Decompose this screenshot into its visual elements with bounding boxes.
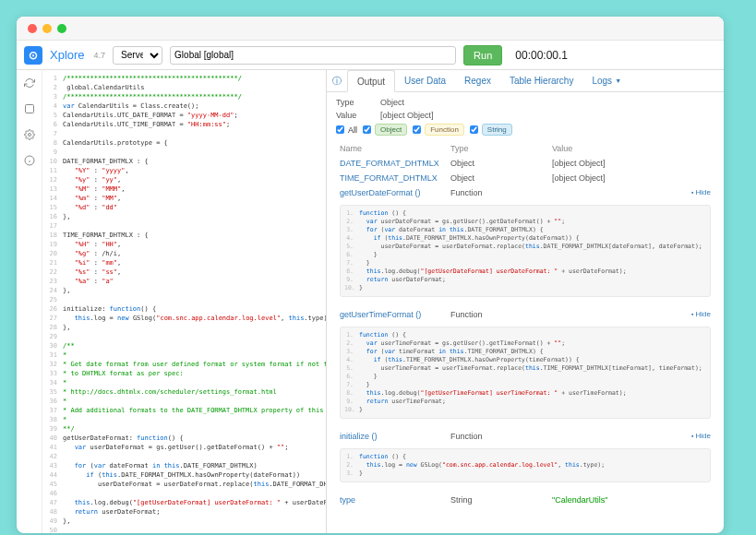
- tab-logs[interactable]: Logs▼: [582, 70, 630, 91]
- svg-point-1: [28, 134, 30, 137]
- table-row: initialize () Function Hide: [336, 429, 714, 444]
- hide-link[interactable]: Hide: [691, 310, 711, 318]
- hide-link[interactable]: Hide: [691, 432, 711, 440]
- row-name[interactable]: initialize (): [336, 429, 447, 444]
- sidebar: [17, 70, 42, 533]
- filter-string-checkbox[interactable]: [470, 125, 478, 134]
- close-dot[interactable]: [28, 24, 37, 33]
- row-name[interactable]: type: [336, 493, 447, 507]
- filter-function-checkbox[interactable]: [413, 125, 421, 134]
- app-logo: ⊙: [24, 46, 42, 65]
- tab-regex[interactable]: Regex: [455, 70, 500, 91]
- row-name[interactable]: getUserDateFormat (): [336, 185, 447, 200]
- filter-object-checkbox[interactable]: [363, 125, 371, 134]
- sidebar-edit-icon[interactable]: [24, 103, 35, 116]
- toolbar: ⊙ Xplore 4.7 Server Run 00:00:00.1: [17, 41, 724, 70]
- results-table: Name Type Value DATE_FORMAT_DHTMLX Objec…: [336, 141, 714, 507]
- results-panel: ⓘ Output User Data Regex Table Hierarchy…: [327, 70, 724, 533]
- row-type: Object: [447, 171, 548, 185]
- row-type: Function: [447, 307, 548, 322]
- scope-select[interactable]: Server: [113, 46, 162, 65]
- code-snippet: 1.function () {2. this.log = new GSLog("…: [340, 448, 711, 482]
- filter-string-label: String: [482, 124, 512, 136]
- type-filters: All Object Function String: [336, 124, 714, 136]
- app-window: ⊙ Xplore 4.7 Server Run 00:00:00.1 1/***…: [17, 17, 724, 533]
- filter-object-label: Object: [375, 124, 407, 136]
- table-row: DATE_FORMAT_DHTMLX Object [object Object…: [336, 156, 714, 171]
- row-type: String: [447, 493, 548, 507]
- row-name[interactable]: getUserTimeFormat (): [336, 307, 447, 322]
- results-content: TypeObject Value[object Object] All Obje…: [327, 92, 724, 533]
- maximize-dot[interactable]: [57, 24, 66, 33]
- sidebar-gear-icon[interactable]: [24, 129, 35, 142]
- row-name[interactable]: DATE_FORMAT_DHTMLX: [336, 156, 447, 171]
- meta-value-label: Value: [336, 111, 380, 120]
- meta-type-label: Type: [336, 98, 380, 107]
- tab-user-data[interactable]: User Data: [395, 70, 455, 91]
- app-version: 4.7: [94, 51, 106, 60]
- row-name[interactable]: TIME_FORMAT_DHTMLX: [336, 171, 447, 185]
- window-chrome: [17, 17, 724, 41]
- col-name: Name: [336, 141, 447, 156]
- code-snippet: 1.function () {2. var userTimeFormat = g…: [340, 327, 711, 419]
- timer: 00:00:00.1: [515, 49, 568, 62]
- table-row: TIME_FORMAT_DHTMLX Object [object Object…: [336, 171, 714, 185]
- svg-rect-0: [25, 105, 33, 113]
- tab-table-hierarchy[interactable]: Table Hierarchy: [500, 70, 582, 91]
- row-value: [object Object]: [548, 156, 714, 171]
- filter-all-checkbox[interactable]: [336, 125, 344, 134]
- row-type: Function: [447, 185, 548, 200]
- minimize-dot[interactable]: [42, 24, 52, 33]
- scope-input[interactable]: [170, 46, 456, 65]
- app-title: Xplore: [50, 48, 85, 62]
- filter-all-label: All: [348, 125, 357, 135]
- results-tabs: ⓘ Output User Data Regex Table Hierarchy…: [327, 70, 724, 92]
- tab-output[interactable]: Output: [347, 70, 395, 92]
- hide-link[interactable]: Hide: [691, 188, 711, 196]
- row-type: Function: [447, 429, 548, 444]
- row-value: [object Object]: [548, 171, 714, 185]
- sidebar-info-icon[interactable]: [24, 155, 35, 168]
- code-editor[interactable]: 1/**************************************…: [42, 70, 327, 533]
- meta-type-value: Object: [380, 98, 404, 107]
- table-row: type String "CalendarUtils": [336, 493, 714, 507]
- filter-function-label: Function: [425, 124, 464, 136]
- col-value: Value: [548, 141, 714, 156]
- tab-info-icon[interactable]: ⓘ: [327, 70, 347, 91]
- run-button[interactable]: Run: [463, 45, 502, 65]
- meta-value-value: [object Object]: [380, 111, 434, 120]
- row-value: "CalendarUtils": [548, 493, 714, 507]
- table-row: getUserTimeFormat () Function Hide: [336, 307, 714, 322]
- row-type: Object: [447, 156, 548, 171]
- table-row: getUserDateFormat () Function Hide: [336, 185, 714, 200]
- col-type: Type: [447, 141, 548, 156]
- sidebar-refresh-icon[interactable]: [24, 77, 35, 90]
- code-snippet: 1.function () {2. var userDateFormat = g…: [340, 205, 711, 297]
